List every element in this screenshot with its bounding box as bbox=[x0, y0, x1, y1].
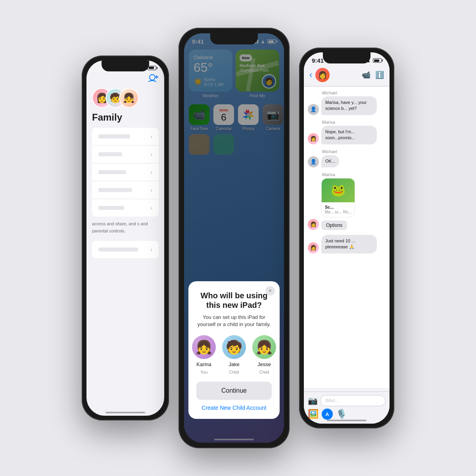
message-bubble-2: Nope, but I'm... soon...promis... bbox=[321, 126, 377, 144]
messages-bottom-row: 🖼️ A 🎙️ bbox=[308, 408, 386, 420]
jake-name: Jake bbox=[228, 361, 239, 367]
karina-name: Karina bbox=[196, 361, 211, 367]
sender-label-michael: Michael bbox=[308, 90, 386, 95]
messages-list: Michael 👤 Marisa, have y... your science… bbox=[304, 86, 390, 388]
app-card-info: Sc... Ma... sc... Ro... bbox=[322, 202, 355, 217]
sender-label-michael-2: Michael bbox=[308, 149, 386, 154]
modal-subtitle: You can set up this iPad for yourself or… bbox=[196, 314, 272, 328]
create-child-account-link[interactable]: Create New Child Account bbox=[196, 405, 272, 411]
message-group-marisa-app: Marisa 👩 🐸 Sc... Ma... sc... Ro... bbox=[308, 172, 386, 230]
avatar-jake: 🧒 bbox=[222, 335, 246, 359]
michael-avatar: 👤 bbox=[308, 104, 319, 115]
chevron-6: › bbox=[150, 246, 152, 253]
notch-2 bbox=[210, 33, 258, 44]
scene: ▲ bbox=[0, 0, 476, 476]
phone-family: ▲ bbox=[82, 56, 169, 420]
phone-call-icon[interactable]: ℹ️ bbox=[375, 71, 384, 79]
message-row-marisa-3: 👩 Just need 10 ... pleeeeease 🙏 bbox=[308, 235, 386, 253]
messages-input-area: 📷 iMes... 🖼️ A 🎙️ bbox=[304, 392, 390, 424]
chevron-4: › bbox=[150, 187, 152, 193]
app-card-container: 🐸 Sc... Ma... sc... Ro... Options bbox=[321, 178, 355, 230]
avatar-karina: 👧 bbox=[192, 335, 216, 359]
chevron-5: › bbox=[150, 205, 152, 211]
message-bubble-1: Marisa, have y... your science b... yet? bbox=[321, 96, 377, 115]
messages-header: ‹ 👩 📹 ℹ️ bbox=[304, 65, 390, 86]
phone-messages: 9:41 ▲ bbox=[299, 48, 394, 428]
message-group-marisa-1: Marisa 👩 Nope, but I'm... soon...promis.… bbox=[308, 120, 386, 144]
avatar-3: 👧 bbox=[119, 88, 139, 108]
modal-title: Who will be using this new iPad? bbox=[196, 291, 272, 310]
message-bubble-3: OK... bbox=[321, 155, 339, 167]
family-row-1[interactable]: › bbox=[92, 128, 159, 146]
chevron-1: › bbox=[150, 133, 152, 140]
back-button[interactable]: ‹ bbox=[309, 70, 312, 80]
message-input[interactable]: iMes... bbox=[320, 395, 386, 406]
app-card-subtitle: Ma... sc... Ro... bbox=[325, 209, 351, 215]
jesse-name: Jesse bbox=[257, 361, 271, 367]
chevron-2: › bbox=[150, 151, 152, 157]
family-row-2[interactable]: › bbox=[92, 146, 159, 163]
app-card-name: Sc... bbox=[325, 205, 351, 209]
family-extra-row[interactable]: › bbox=[92, 241, 159, 258]
modal-users-row: 👧 Karina You 🧒 Jake Child bbox=[196, 335, 272, 374]
video-call-icon[interactable]: 📹 bbox=[362, 71, 370, 79]
photo-library-icon[interactable]: 🖼️ bbox=[308, 409, 319, 419]
karina-role: You bbox=[200, 370, 208, 374]
message-row-michael-1: 👤 Marisa, have y... your science b... ye… bbox=[308, 96, 386, 115]
michael-avatar-2: 👤 bbox=[308, 156, 319, 167]
modal-close-button[interactable]: × bbox=[265, 286, 275, 296]
family-list: › › › › › bbox=[92, 128, 159, 217]
modal-user-jesse[interactable]: 👧 Jesse Child bbox=[252, 335, 276, 374]
message-bubble-5: Just need 10 ... pleeeeease 🙏 bbox=[321, 235, 377, 253]
options-button[interactable]: Options bbox=[321, 221, 347, 230]
battery-icon-3 bbox=[373, 58, 382, 63]
message-row-marisa-1: 👩 Nope, but I'm... soon...promis... bbox=[308, 126, 386, 144]
app-store-button[interactable]: A bbox=[322, 409, 333, 420]
home-indicator bbox=[106, 412, 145, 413]
time-display-3: 9:41 bbox=[312, 57, 324, 64]
notch bbox=[102, 60, 149, 71]
continue-button[interactable]: Continue bbox=[196, 382, 272, 400]
family-row-3[interactable]: › bbox=[92, 163, 159, 181]
add-member-button[interactable] bbox=[148, 74, 159, 85]
audio-message-icon[interactable]: 🎙️ bbox=[336, 409, 347, 419]
modal-user-karina[interactable]: 👧 Karina You bbox=[192, 335, 216, 374]
messages-actions: 📹 ℹ️ bbox=[362, 71, 384, 79]
marisa-avatar-3: 👩 bbox=[308, 242, 319, 253]
sender-label-marisa-2: Marisa bbox=[308, 172, 386, 177]
message-group-michael-1: Michael 👤 Marisa, have y... your science… bbox=[308, 90, 386, 115]
camera-tool-icon[interactable]: 📷 bbox=[308, 396, 318, 405]
message-row-michael-2: 👤 OK... bbox=[308, 155, 386, 167]
message-group-marisa-3: 👩 Just need 10 ... pleeeeease 🙏 bbox=[308, 235, 386, 253]
message-group-michael-2: Michael 👤 OK... bbox=[308, 149, 386, 167]
modal-sheet: × Who will be using this new iPad? You c… bbox=[188, 281, 280, 419]
avatar-jesse: 👧 bbox=[252, 335, 276, 359]
game-thumbnail: 🐸 bbox=[322, 178, 355, 202]
app-card-game[interactable]: 🐸 Sc... Ma... sc... Ro... bbox=[321, 178, 355, 217]
home-indicator-3 bbox=[327, 420, 367, 421]
family-title: Family bbox=[92, 112, 159, 123]
notch-3 bbox=[323, 52, 370, 63]
contact-avatar: 👩 bbox=[315, 68, 330, 82]
jesse-role: Child bbox=[259, 370, 269, 374]
messages-toolbar-row: 📷 iMes... bbox=[308, 395, 386, 406]
phone-homescreen: 9:41 ▲ bbox=[178, 28, 290, 448]
family-description: access and share, and s and parental con… bbox=[86, 217, 164, 238]
svg-point-0 bbox=[150, 75, 155, 80]
family-row-4[interactable]: › bbox=[92, 181, 159, 199]
sender-label-marisa-1: Marisa bbox=[308, 120, 386, 125]
battery-icon bbox=[148, 66, 156, 70]
ipad-setup-modal: × Who will be using this new iPad? You c… bbox=[184, 33, 284, 443]
modal-user-jake[interactable]: 🧒 Jake Child bbox=[222, 335, 246, 374]
family-row-5[interactable]: › bbox=[92, 199, 159, 217]
chevron-3: › bbox=[150, 169, 152, 175]
marisa-avatar-1: 👩 bbox=[308, 133, 319, 144]
jake-role: Child bbox=[229, 370, 239, 374]
marisa-avatar-2: 👩 bbox=[308, 219, 319, 230]
message-row-marisa-app: 👩 🐸 Sc... Ma... sc... Ro... Options bbox=[308, 178, 386, 230]
